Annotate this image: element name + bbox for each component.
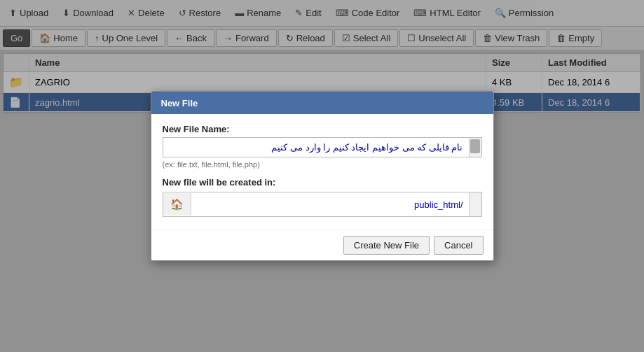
dialog-overlay: New File New File Name: (ex: file.txt, f… <box>0 0 644 115</box>
dialog-body: New File Name: (ex: file.txt, file.html,… <box>151 114 493 115</box>
new-file-dialog: New File New File Name: (ex: file.txt, f… <box>151 91 494 115</box>
dialog-header: New File <box>151 92 493 114</box>
